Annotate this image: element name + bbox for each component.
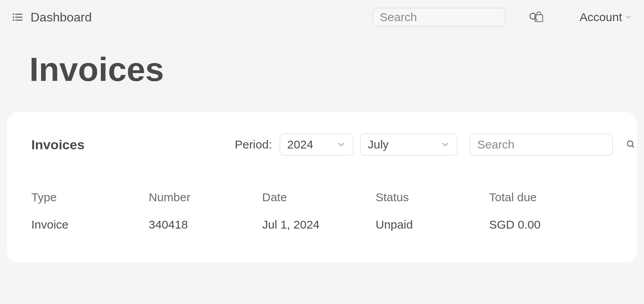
- card-title: Invoices: [31, 137, 85, 152]
- dashboard-link[interactable]: Dashboard: [31, 10, 92, 25]
- account-dropdown[interactable]: Account: [580, 11, 632, 24]
- global-search[interactable]: [372, 8, 505, 27]
- invoices-search-input[interactable]: [477, 138, 626, 151]
- invoices-card: Invoices Period: 2024 July: [7, 112, 637, 263]
- svg-point-2: [13, 17, 14, 18]
- year-select[interactable]: 2024: [280, 134, 353, 156]
- cell-status: Unpaid: [376, 218, 489, 231]
- svg-rect-8: [535, 15, 543, 22]
- month-select[interactable]: July: [360, 134, 457, 156]
- page-title: Invoices: [0, 34, 644, 112]
- global-search-input[interactable]: [380, 11, 529, 24]
- cell-number: 340418: [149, 218, 262, 231]
- col-total-due: Total due: [489, 191, 613, 204]
- search-icon: [626, 139, 635, 150]
- chevron-down-icon: [336, 140, 346, 149]
- period-label: Period:: [235, 138, 272, 151]
- cell-total-due: SGD 0.00: [489, 218, 613, 231]
- col-type: Type: [31, 191, 149, 204]
- col-number: Number: [149, 191, 262, 204]
- svg-point-9: [628, 141, 633, 146]
- svg-point-0: [13, 14, 14, 15]
- table-row[interactable]: Invoice 340418 Jul 1, 2024 Unpaid SGD 0.…: [31, 218, 613, 231]
- chevron-down-icon: [441, 140, 450, 149]
- svg-line-10: [632, 145, 634, 147]
- card-header: Invoices Period: 2024 July: [31, 134, 613, 156]
- list-icon[interactable]: [12, 11, 23, 23]
- cell-date: Jul 1, 2024: [262, 218, 376, 231]
- col-date: Date: [262, 191, 376, 204]
- account-label: Account: [580, 11, 622, 24]
- table-header-row: Type Number Date Status Total due: [31, 191, 613, 204]
- top-bar: Dashboard Account: [0, 0, 644, 34]
- invoices-table: Type Number Date Status Total due Invoic…: [31, 191, 613, 231]
- svg-point-4: [13, 20, 14, 21]
- invoices-search[interactable]: [470, 134, 613, 156]
- year-select-value: 2024: [287, 138, 313, 151]
- col-status: Status: [376, 191, 489, 204]
- chevron-down-icon: [624, 13, 632, 21]
- top-bar-left: Dashboard: [12, 10, 92, 25]
- month-select-value: July: [368, 138, 389, 151]
- shopping-bag-icon[interactable]: [533, 11, 545, 23]
- invoices-search-button[interactable]: [626, 139, 635, 150]
- cell-type: Invoice: [31, 218, 149, 231]
